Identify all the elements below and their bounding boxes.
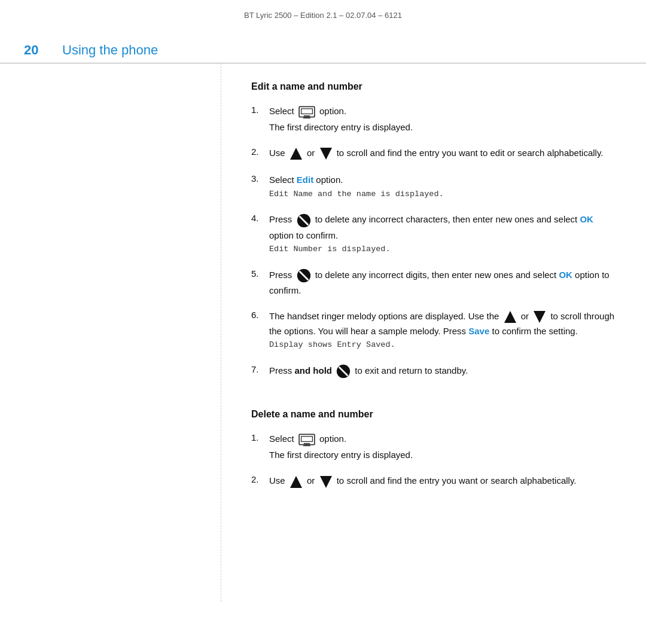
edit-section-title: Edit a name and number	[251, 81, 616, 92]
step-content-2: Use or to scroll and find the entry you …	[269, 146, 616, 162]
step3-main: Select Edit option.	[269, 173, 616, 187]
delete-steps-list: 1. Select option. The first directory en…	[251, 432, 616, 490]
section-divider	[251, 391, 616, 409]
step-number-2: 2.	[251, 146, 269, 157]
del-step-number-2: 2.	[251, 474, 269, 484]
step7-main: Press and hold to exit and return to sta…	[269, 364, 616, 379]
up-arrow-icon-6	[503, 310, 517, 324]
step-number-5: 5.	[251, 268, 269, 279]
edit-step-7: 7. Press and hold to exit and return to …	[251, 364, 616, 380]
step4-sub: Edit Number is displayed.	[269, 243, 616, 256]
step2-main: Use or to scroll and find the entry you …	[269, 146, 616, 161]
step3-sub: Edit Name and the name is displayed.	[269, 188, 616, 201]
del-step2-main: Use or to scroll and find the entry you …	[269, 474, 616, 489]
step4-ok: OK	[580, 214, 593, 224]
step-content-1: Select option. The first directory entry…	[269, 104, 616, 135]
edit-step-2: 2. Use or to scroll and find the entry y…	[251, 146, 616, 162]
section-number: 20	[24, 42, 48, 58]
up-arrow-icon-2	[289, 146, 303, 161]
step5-main: Press to delete any incorrect digits, th…	[269, 268, 616, 297]
down-arrow-icon-2	[319, 146, 333, 161]
step6-main: The handset ringer melody options are di…	[269, 309, 616, 338]
del-step-content-2: Use or to scroll and find the entry you …	[269, 474, 616, 490]
step-number-7: 7.	[251, 364, 269, 374]
del-step1-main: Select option.	[269, 432, 616, 447]
edit-step-4: 4. Press to delete any incorrect charact…	[251, 212, 616, 257]
dir-icon-del-1	[298, 432, 316, 447]
step-content-5: Press to delete any incorrect digits, th…	[269, 268, 616, 298]
step-number-1: 1.	[251, 104, 269, 115]
del-step1-sub: The first directory entry is displayed.	[269, 448, 616, 462]
edit-steps-list: 1. Select option. The first directory en…	[251, 104, 616, 380]
section-header: 20 Using the phone	[0, 26, 646, 63]
clear-icon-5	[296, 268, 312, 283]
header-text: BT Lyric 2500 – Edition 2.1 – 02.07.04 –…	[244, 11, 402, 20]
section-title: Using the phone	[62, 42, 158, 58]
down-arrow-icon-del-2	[319, 475, 333, 489]
step-content-4: Press to delete any incorrect characters…	[269, 212, 616, 257]
step1-main: Select option.	[269, 104, 616, 119]
step7-and-hold: and hold	[295, 365, 333, 376]
page-header: BT Lyric 2500 – Edition 2.1 – 02.07.04 –…	[0, 0, 646, 26]
delete-section-title: Delete a name and number	[251, 409, 616, 420]
step3-highlight: Edit	[297, 175, 313, 185]
step5-ok: OK	[559, 270, 572, 280]
delete-step-2: 2. Use or to scroll and find the entry y…	[251, 474, 616, 490]
del-step-content-1: Select option. The first directory entry…	[269, 432, 616, 463]
edit-step-6: 6. The handset ringer melody options are…	[251, 309, 616, 353]
down-arrow-icon-6	[532, 310, 547, 324]
clear-icon-7	[336, 364, 351, 379]
edit-step-1: 1. Select option. The first directory en…	[251, 104, 616, 135]
step1-sub: The first directory entry is displayed.	[269, 120, 616, 134]
delete-step-1: 1. Select option. The first directory en…	[251, 432, 616, 463]
step6-save: Save	[468, 326, 489, 336]
edit-section: Edit a name and number 1. Select option.…	[251, 81, 616, 380]
left-margin	[0, 63, 221, 602]
main-content: Edit a name and number 1. Select option.…	[221, 63, 646, 602]
step-content-7: Press and hold to exit and return to sta…	[269, 364, 616, 380]
step4-main: Press to delete any incorrect characters…	[269, 212, 616, 242]
step6-sub: Display shows Entry Saved.	[269, 339, 616, 352]
dir-icon-1	[298, 105, 316, 119]
up-arrow-icon-del-2	[289, 475, 303, 489]
edit-step-5: 5. Press to delete any incorrect digits,…	[251, 268, 616, 298]
step-number-3: 3.	[251, 173, 269, 184]
clear-icon-4	[296, 213, 312, 228]
del-step-number-1: 1.	[251, 432, 269, 442]
step-content-6: The handset ringer melody options are di…	[269, 309, 616, 353]
delete-section: Delete a name and number 1. Select optio…	[251, 409, 616, 490]
step-number-6: 6.	[251, 309, 269, 320]
step-number-4: 4.	[251, 212, 269, 223]
edit-step-3: 3. Select Edit option. Edit Name and the…	[251, 173, 616, 202]
content-area: Edit a name and number 1. Select option.…	[0, 63, 646, 602]
step-content-3: Select Edit option. Edit Name and the na…	[269, 173, 616, 202]
